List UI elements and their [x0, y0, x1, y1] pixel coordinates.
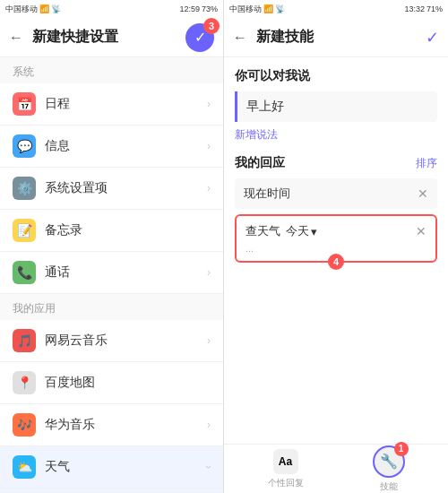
menu-item-memo[interactable]: 📝 备忘录 — [0, 210, 223, 252]
weather-tag2-dropdown[interactable]: 今天 ▾ — [286, 223, 317, 239]
message-icon: 💬 — [13, 134, 36, 158]
check-button[interactable]: ✓ 3 — [185, 23, 214, 52]
right-top-bar: ← 新建技能 ✓ — [224, 18, 448, 57]
left-back-button[interactable]: ← — [9, 30, 23, 46]
left-top-bar: ← 新建快捷设置 ✓ 3 — [0, 18, 223, 57]
response-item-weather[interactable]: 查天气 今天 ▾ ✕ ... 4 — [235, 214, 437, 263]
weather-response-row: 查天气 今天 ▾ ✕ — [246, 223, 426, 239]
huaweimusic-label: 华为音乐 — [45, 417, 198, 433]
menu-item-calendar[interactable]: 📅 日程 › — [0, 83, 223, 125]
huaweimusic-icon: 🎶 — [13, 413, 36, 437]
left-time: 12:59 — [179, 4, 200, 13]
calendar-chevron: › — [207, 98, 211, 110]
right-bottom-bar: Aa 个性回复 🔧 1 技能 — [224, 444, 448, 493]
left-status-right: 12:59 73% — [179, 4, 218, 13]
phone-chevron: › — [207, 266, 211, 279]
phrase-section-title: 你可以对我说 — [235, 68, 437, 84]
settings-icon: ⚙️ — [13, 177, 36, 200]
left-status-left: 中国移动 📶 📡 — [5, 4, 61, 15]
response-time-close[interactable]: ✕ — [418, 186, 428, 201]
right-wifi-icon: 📡 — [275, 4, 285, 13]
baidumap-label: 百度地图 — [45, 375, 211, 391]
menu-item-baidumap[interactable]: 📍 百度地图 — [0, 362, 223, 404]
menu-item-music163[interactable]: 🎵 网易云音乐 › — [0, 320, 223, 362]
left-battery: 73% — [202, 4, 218, 13]
baidumap-icon: 📍 — [13, 371, 36, 394]
left-wifi-icon: 📡 — [51, 4, 61, 13]
right-carrier: 中国移动 — [229, 4, 262, 15]
response-section-title: 我的回应 — [235, 155, 285, 171]
weather-tag1: 查天气 — [246, 223, 280, 239]
settings-chevron: › — [207, 182, 211, 195]
right-status-bar: 中国移动 📶 📡 13:32 71% — [224, 0, 448, 18]
right-content: 你可以对我说 早上好 新增说法 我的回应 排序 现在时间 ✕ 查天气 今天 ▾ … — [224, 57, 448, 444]
dropdown-arrow: ▾ — [311, 225, 317, 238]
right-status-left: 中国移动 📶 📡 — [229, 4, 285, 15]
message-chevron: › — [207, 140, 211, 152]
weather-label: 天气 — [45, 459, 198, 475]
right-status-right: 13:32 71% — [404, 4, 443, 13]
menu-item-huaweimusic[interactable]: 🎶 华为音乐 › — [0, 404, 223, 446]
skill-label: 技能 — [380, 480, 398, 493]
weather-sub-item[interactable]: 查天气 — [0, 489, 223, 493]
memo-icon: 📝 — [13, 219, 36, 242]
menu-item-phone[interactable]: 📞 通话 › — [0, 252, 223, 294]
right-check-button[interactable]: ✓ — [426, 28, 439, 48]
menu-item-weather[interactable]: ⛅ 天气 › — [0, 446, 223, 489]
personal-reply-icon: Aa — [273, 449, 298, 474]
badge-1: 1 — [394, 442, 409, 456]
music163-label: 网易云音乐 — [45, 333, 198, 349]
right-battery: 71% — [426, 4, 443, 13]
left-carrier: 中国移动 — [5, 4, 38, 15]
right-signal-icon: 📶 — [263, 4, 273, 13]
bottom-skill[interactable]: 🔧 1 技能 — [373, 445, 405, 493]
weather-chevron: › — [202, 465, 215, 469]
check-badge: 3 — [203, 18, 220, 34]
right-title: 新建技能 — [256, 28, 417, 47]
weather-tag2: 今天 — [286, 223, 309, 239]
section-system-label: 系统 — [0, 57, 223, 83]
left-panel: 中国移动 📶 📡 12:59 73% ← 新建快捷设置 ✓ 3 系统 📅 日程 … — [0, 0, 224, 493]
bottom-personal-reply[interactable]: Aa 个性回复 — [268, 449, 304, 489]
weather-response-sub: ... — [246, 243, 426, 254]
settings-label: 系统设置项 — [45, 180, 198, 196]
phone-icon: 📞 — [13, 261, 36, 284]
section-apps-label: 我的应用 — [0, 294, 223, 320]
memo-label: 备忘录 — [45, 222, 211, 238]
music163-icon: 🎵 — [13, 329, 36, 352]
menu-item-message[interactable]: 💬 信息 › — [0, 125, 223, 168]
left-signal-icon: 📶 — [39, 4, 49, 13]
huaweimusic-chevron: › — [207, 419, 211, 431]
left-status-bar: 中国移动 📶 📡 12:59 73% — [0, 0, 223, 18]
right-time: 13:32 — [404, 4, 425, 13]
weather-icon: ⛅ — [13, 455, 36, 479]
left-title: 新建快捷设置 — [32, 28, 177, 47]
phrase-box[interactable]: 早上好 — [235, 91, 437, 122]
sort-button[interactable]: 排序 — [416, 156, 437, 171]
message-label: 信息 — [45, 138, 198, 154]
music163-chevron: › — [207, 334, 211, 347]
right-panel: 中国移动 📶 📡 13:32 71% ← 新建技能 ✓ 你可以对我说 早上好 新… — [224, 0, 448, 493]
badge-4: 4 — [328, 254, 344, 270]
weather-response-close[interactable]: ✕ — [416, 224, 426, 238]
response-item-time[interactable]: 现在时间 ✕ — [235, 178, 437, 209]
right-back-button[interactable]: ← — [233, 30, 247, 46]
calendar-icon: 📅 — [13, 92, 36, 116]
calendar-label: 日程 — [45, 96, 198, 112]
left-menu-scroll[interactable]: 系统 📅 日程 › 💬 信息 › ⚙️ 系统设置项 › 📝 备忘录 📞 通话 ›… — [0, 57, 223, 493]
response-time-label: 现在时间 — [244, 186, 410, 202]
response-header: 我的回应 排序 — [235, 155, 437, 171]
phone-label: 通话 — [45, 264, 198, 281]
add-phrase-button[interactable]: 新增说法 — [235, 127, 437, 143]
personal-reply-label: 个性回复 — [268, 477, 304, 489]
menu-item-settings[interactable]: ⚙️ 系统设置项 › — [0, 168, 223, 210]
